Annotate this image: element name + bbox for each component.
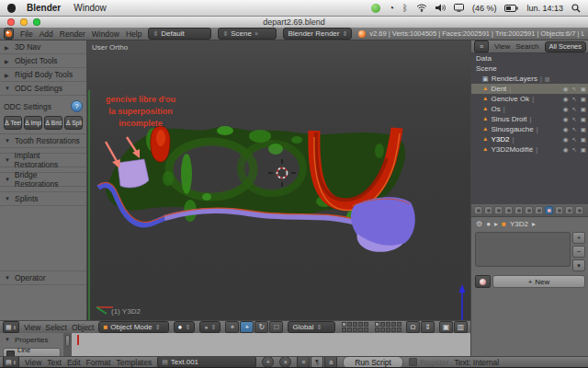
outliner-row-os[interactable]: ▲ Os | ◉ ↖ ▣ xyxy=(471,104,588,114)
layer-cell[interactable] xyxy=(386,322,390,327)
panel-tooth-restorations[interactable]: ▼ Tooth Restorations xyxy=(0,134,86,148)
render-engine-selector[interactable]: Blender Render ⇕ xyxy=(283,28,352,40)
window-menu-blender[interactable]: Window xyxy=(92,29,119,39)
collapsed-arrow-icon[interactable]: ▶ xyxy=(5,72,11,78)
layer-cell[interactable] xyxy=(342,322,346,327)
panel-rigid-body-tools[interactable]: ▶ Rigid Body Tools xyxy=(0,68,86,82)
props-tab-modifiers[interactable] xyxy=(535,206,543,214)
renderability-toggle[interactable]: ▣ xyxy=(581,126,586,133)
outliner-row-gencive-ok[interactable]: ▲ Gencive Ok | ◉ ↖ ▣ xyxy=(471,94,588,104)
app-menu[interactable]: Blender xyxy=(27,3,61,13)
scrollbar-knob[interactable] xyxy=(65,335,70,347)
odc-bridge-button[interactable]: ♙ Brid xyxy=(44,116,62,130)
odc-implant-button[interactable]: ♙ Impl xyxy=(24,116,42,130)
layer-cell[interactable] xyxy=(364,322,368,327)
outliner-row-sinus-droit[interactable]: ▲ Sinus Droit | ◉ ↖ ▣ xyxy=(471,114,588,124)
outliner-row-dent[interactable]: ▲ Dent | ◉ ↖ ▣ xyxy=(471,84,588,94)
material-browse-button[interactable] xyxy=(475,275,491,288)
remove-slot-button[interactable]: − xyxy=(572,246,585,258)
props-tab-object[interactable] xyxy=(514,206,523,214)
object-menu[interactable]: Object xyxy=(72,323,95,332)
pivot-point-selector[interactable]: ● ⇕ xyxy=(199,321,220,333)
visibility-toggle[interactable]: ◉ xyxy=(563,116,569,123)
layer-cell[interactable] xyxy=(386,328,390,332)
layer-cell[interactable] xyxy=(353,322,357,327)
time-machine-icon[interactable]: ◔ xyxy=(389,4,394,13)
text-properties-scrollbar[interactable] xyxy=(64,333,72,356)
add-menu[interactable]: Add xyxy=(40,29,53,39)
render-menu[interactable]: Render xyxy=(60,29,85,39)
layer-cell[interactable] xyxy=(364,328,368,332)
unlink-text-button[interactable]: × xyxy=(279,356,291,368)
wifi-icon[interactable] xyxy=(416,4,427,12)
outliner-search-menu[interactable]: Search xyxy=(515,42,538,51)
unlink-scene-icon[interactable]: × xyxy=(254,30,258,37)
layer-cell[interactable] xyxy=(380,328,385,332)
outliner-row-y3d2modifie[interactable]: ▲ Y3D2Modifié | ◉ ↖ ▣ xyxy=(471,144,588,155)
sync-status-icon[interactable] xyxy=(371,4,380,13)
renderability-toggle[interactable]: ▣ xyxy=(581,86,586,93)
panel-bridge-restorations[interactable]: ▼ Bridge Restorations xyxy=(0,173,86,187)
visibility-toggle[interactable]: ◉ xyxy=(563,146,569,154)
screen-layout-selector[interactable]: ⇕ Default xyxy=(148,28,211,40)
panel-splints[interactable]: ▼ Splints xyxy=(0,192,86,206)
text-view-menu[interactable]: View xyxy=(25,358,41,367)
blender-logo-icon[interactable] xyxy=(4,28,14,40)
file-menu[interactable]: File xyxy=(20,29,33,39)
props-tab-render[interactable] xyxy=(474,206,482,214)
transform-orientation-selector[interactable]: Global ⇕ xyxy=(288,321,335,333)
renderability-toggle[interactable]: ▣ xyxy=(581,136,586,144)
3d-viewport[interactable]: User Ortho gencive libre d'ou la superpo… xyxy=(87,40,470,320)
apple-menu-icon[interactable] xyxy=(7,4,16,13)
layer-buttons-group-2[interactable] xyxy=(375,322,401,332)
text-datablock-selector[interactable]: ▤ Text.001 xyxy=(157,356,256,368)
expanded-arrow-icon[interactable]: ▼ xyxy=(5,196,11,201)
line-numbers-button[interactable]: ≡ xyxy=(297,356,310,368)
rotate-manipulator-button[interactable]: ↻ xyxy=(254,321,268,333)
spotlight-icon[interactable] xyxy=(571,4,581,13)
manipulator-toggle-button[interactable]: ⌖ xyxy=(225,321,239,333)
panel-odc-settings[interactable]: ▼ ODC Settings xyxy=(0,82,86,96)
panel-operator[interactable]: ▼ Operator xyxy=(0,270,86,285)
layer-cell[interactable] xyxy=(375,322,379,327)
outliner-row-data[interactable]: Data xyxy=(471,53,588,63)
props-tab-texture[interactable] xyxy=(555,206,563,214)
layer-cell[interactable] xyxy=(397,322,401,327)
visibility-toggle[interactable]: ◉ xyxy=(563,106,569,113)
expanded-arrow-icon[interactable]: ▼ xyxy=(5,157,11,163)
editor-type-selector[interactable]: ▦ ⇕ xyxy=(3,321,19,333)
layer-cell[interactable] xyxy=(391,328,396,332)
expanded-arrow-icon[interactable]: ▼ xyxy=(5,337,11,342)
menubar-clock[interactable]: lun. 14:13 xyxy=(526,4,563,13)
panel-object-tools[interactable]: ▶ Object Tools xyxy=(0,54,86,68)
visibility-toggle[interactable]: ◉ xyxy=(563,126,569,133)
slot-specials-button[interactable]: ▼ xyxy=(572,259,585,271)
selectability-toggle[interactable]: ↖ xyxy=(571,126,576,133)
selectability-toggle[interactable]: ↖ xyxy=(571,136,576,144)
outliner-display-filter[interactable]: All Scenes xyxy=(545,41,586,52)
layer-cell[interactable] xyxy=(353,328,357,332)
layer-cell[interactable] xyxy=(380,322,385,327)
layer-cell[interactable] xyxy=(347,328,352,332)
layer-cell[interactable] xyxy=(391,322,396,327)
renderability-toggle[interactable]: ▣ xyxy=(581,116,586,123)
visibility-toggle[interactable]: ◉ xyxy=(563,96,569,103)
add-slot-button[interactable]: + xyxy=(572,232,585,244)
line-numbers-toggle[interactable]: Line Numbers xyxy=(3,348,61,356)
mode-selector[interactable]: ■ Object Mode ⇕ xyxy=(98,321,168,333)
renderability-toggle[interactable]: ▣ xyxy=(581,106,586,113)
outliner-row-scene[interactable]: Scene xyxy=(471,63,588,74)
renderability-toggle[interactable]: ▣ xyxy=(581,146,586,154)
layer-cell[interactable] xyxy=(375,328,379,332)
props-tab-particles[interactable] xyxy=(565,206,573,214)
renderability-toggle[interactable]: ▣ xyxy=(581,96,586,103)
window-menu[interactable]: Window xyxy=(74,3,107,13)
layer-buttons-group-1[interactable] xyxy=(342,322,368,332)
new-text-button[interactable]: + xyxy=(262,356,274,368)
outliner-row-y3d2[interactable]: ▲ Y3D2 | ◉ ↖ ▣ xyxy=(471,134,588,144)
props-tab-physics[interactable] xyxy=(575,206,583,214)
text-edit-menu[interactable]: Edit xyxy=(67,358,81,367)
expanded-arrow-icon[interactable]: ▼ xyxy=(5,138,11,144)
props-tab-material[interactable] xyxy=(545,206,553,214)
visibility-toggle[interactable]: ◉ xyxy=(563,136,569,144)
